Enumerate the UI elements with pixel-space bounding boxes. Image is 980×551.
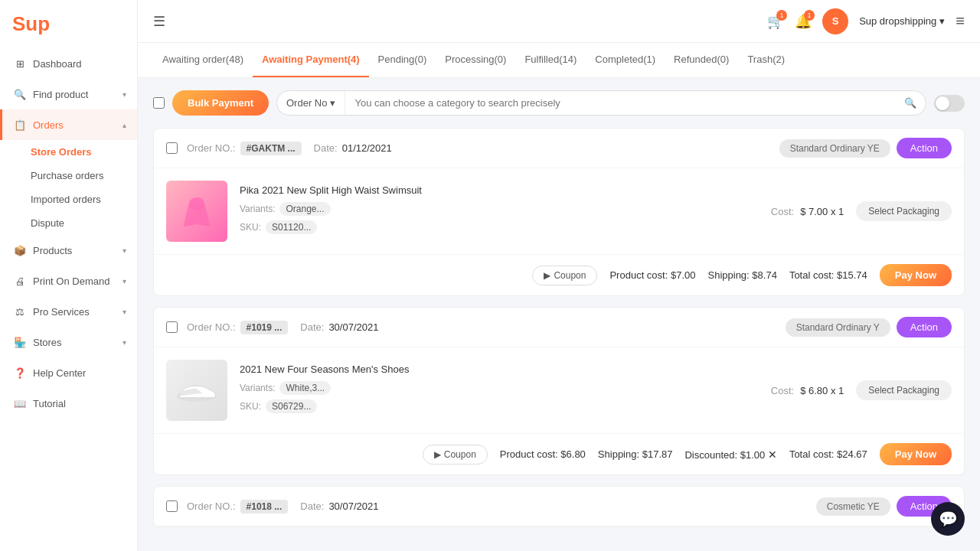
order-checkbox-1[interactable] (166, 142, 178, 154)
tab-pending[interactable]: Pending(0) (369, 43, 436, 77)
tutorial-icon: 📖 (13, 396, 27, 410)
order-no-label-1: Order NO.: (187, 142, 236, 154)
shipping-cost-display-1: Shipping: $8.74 (708, 269, 777, 281)
product-name-1: Pika 2021 New Split High Waist Swimsuit (240, 184, 759, 196)
chevron-down-icon: ▾ (122, 90, 126, 99)
search-input[interactable] (345, 91, 895, 115)
sidebar-subitem-store-orders[interactable]: Store Orders (31, 140, 137, 164)
tab-fulfilled[interactable]: Fulfilled(14) (515, 43, 586, 77)
toggle-knob (936, 96, 949, 110)
product-name-2: 2021 New Four Seasons Men's Shoes (240, 364, 759, 375)
action-button-1[interactable]: Action (897, 138, 952, 158)
order-date-label-1: Date: (314, 142, 338, 154)
sidebar-item-help-center[interactable]: ❓ Help Center (0, 357, 137, 388)
pay-now-button-2[interactable]: Pay Now (880, 443, 952, 465)
coupon-label-2: Coupon (444, 449, 476, 460)
sidebar-label-products: Products (33, 245, 122, 256)
sidebar-item-find-product[interactable]: 🔍 Find product ▾ (0, 79, 137, 109)
tab-refunded[interactable]: Refunded(0) (665, 43, 738, 77)
chevron-up-icon: ▴ (122, 121, 126, 129)
logo: Sup (0, 0, 137, 48)
sidebar-item-print-on-demand[interactable]: 🖨 Print On Demand ▾ (0, 266, 137, 296)
toolbar: Bulk Payment Order No ▾ 🔍 (153, 90, 965, 116)
select-all-checkbox[interactable] (153, 97, 165, 109)
hamburger-icon[interactable]: ☰ (153, 13, 165, 30)
search-category-select[interactable]: Order No ▾ (277, 91, 345, 115)
product-cost-label-2: Product cost: (500, 448, 558, 460)
content-area: Bulk Payment Order No ▾ 🔍 Order NO.: #G (138, 78, 980, 551)
bulk-payment-button[interactable]: Bulk Payment (172, 90, 269, 116)
product-cost-display-1: Product cost: $7.00 (609, 269, 695, 281)
coupon-button-2[interactable]: ▶ Coupon (423, 445, 488, 465)
coupon-label-1: Coupon (554, 270, 586, 281)
select-packaging-button-2[interactable]: Select Packaging (856, 380, 952, 400)
variant-badge-2: White,3... (279, 381, 331, 395)
tab-completed[interactable]: Completed(1) (586, 43, 665, 77)
discounted-label-2: Discounted: $1.00 (684, 449, 765, 461)
cost-value-1: $ 7.00 x 1 (800, 206, 844, 217)
topbar-menu-icon[interactable]: ≡ (956, 12, 965, 30)
sidebar-subitem-imported-orders[interactable]: Imported orders (31, 187, 137, 211)
sidebar-item-dashboard[interactable]: ⊞ Dashboard (0, 48, 137, 79)
order-date-2: 30/07/2021 (328, 321, 378, 333)
dashboard-icon: ⊞ (13, 57, 27, 70)
search-icon[interactable]: 🔍 (895, 91, 926, 115)
order-date-3: 30/07/2021 (328, 500, 378, 512)
product-cost-value-2: $6.80 (560, 448, 586, 460)
order-no-label-2: Order NO.: (187, 321, 236, 333)
notification-icon-button[interactable]: 🔔 1 (795, 13, 812, 30)
products-icon: 📦 (13, 243, 27, 257)
product-cost-display-2: Product cost: $6.80 (500, 448, 586, 460)
cart-icon-button[interactable]: 🛒 1 (767, 13, 784, 30)
tab-processing[interactable]: Processing(0) (436, 43, 515, 77)
product-image-1 (166, 181, 227, 242)
shipping-cost-value-2: $17.87 (642, 448, 673, 460)
notification-badge: 1 (804, 10, 815, 21)
cost-section-1: Cost: $ 7.00 x 1 (771, 206, 844, 217)
chevron-down-icon: ▾ (122, 277, 126, 285)
order-footer-1: ▶ Coupon Product cost: $7.00 Shipping: $… (154, 254, 964, 295)
order-header-1: Order NO.: #GAKTM ... Date: 01/12/2021 S… (154, 129, 964, 168)
order-checkbox-3[interactable] (166, 500, 178, 512)
action-button-2[interactable]: Action (897, 317, 952, 337)
coupon-button-1[interactable]: ▶ Coupon (532, 266, 597, 285)
select-packaging-button-1[interactable]: Select Packaging (856, 201, 952, 221)
order-checkbox-2[interactable] (166, 321, 178, 333)
tab-trash[interactable]: Trash(2) (738, 43, 794, 77)
discount-remove-icon[interactable]: ✕ (768, 448, 777, 461)
product-variants-2: Variants: White,3... (240, 381, 759, 395)
orders-icon: 📋 (13, 118, 27, 132)
filter-toggle[interactable] (934, 95, 965, 112)
sidebar-subitem-dispute[interactable]: Dispute (31, 211, 137, 235)
product-cost-value-1: $7.00 (671, 269, 696, 281)
sidebar-item-pro-services[interactable]: ⚖ Pro Services ▾ (0, 296, 137, 327)
sidebar-item-tutorial[interactable]: 📖 Tutorial (0, 388, 137, 419)
sidebar-item-stores[interactable]: 🏪 Stores ▾ (0, 327, 137, 357)
order-date-label-2: Date: (300, 321, 324, 333)
variants-label-2: Variants: (240, 383, 275, 393)
user-dropdown[interactable]: Sup dropshipping ▾ (859, 15, 945, 27)
order-header-right-1: Standard Ordinary YE Action (779, 138, 952, 158)
cost-value-2: $ 6.80 x 1 (800, 385, 844, 396)
sidebar-item-products[interactable]: 📦 Products ▾ (0, 235, 137, 266)
order-footer-2: ▶ Coupon Product cost: $6.80 Shipping: $… (154, 433, 964, 474)
shipping-cost-label-2: Shipping: (598, 448, 639, 460)
search-select-chevron: ▾ (330, 97, 335, 109)
product-image-2 (166, 360, 227, 421)
tab-awaiting-order[interactable]: Awaiting order(48) (153, 43, 253, 77)
sidebar-label-stores: Stores (33, 337, 122, 348)
coupon-arrow-icon: ▶ (544, 270, 550, 281)
topbar-right: 🛒 1 🔔 1 S Sup dropshipping ▾ ≡ (767, 8, 965, 34)
user-name-label: Sup dropshipping (859, 15, 936, 27)
chat-widget-button[interactable]: 💬 (931, 502, 965, 536)
chat-icon: 💬 (939, 510, 958, 528)
shipping-cost-value-1: $8.74 (752, 269, 777, 281)
shipping-badge-3: Cosmetic YE (816, 497, 890, 516)
total-cost-display-2: Total cost: $24.67 (789, 448, 867, 460)
sidebar-item-orders[interactable]: 📋 Orders ▴ (0, 109, 137, 140)
pay-now-button-1[interactable]: Pay Now (880, 264, 952, 286)
tab-awaiting-payment[interactable]: Awaiting Payment(4) (253, 43, 369, 77)
sidebar-subitem-purchase-orders[interactable]: Purchase orders (31, 164, 137, 187)
sidebar-label-orders: Orders (33, 119, 122, 131)
sidebar: Sup ⊞ Dashboard 🔍 Find product ▾ 📋 Order… (0, 0, 138, 551)
